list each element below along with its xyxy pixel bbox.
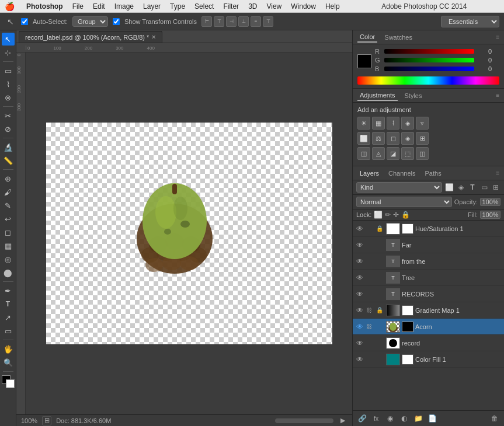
kind-filter-dropdown[interactable]: Kind (356, 182, 442, 193)
filter-shape-icon[interactable]: ▭ (479, 183, 489, 192)
layer-row[interactable]: 👁 T Tree (353, 270, 504, 286)
layer-row[interactable]: 👁 ⛓ 🔒 Gradient Map 1 (353, 302, 504, 319)
layers-panel-collapse[interactable]: ≡ (496, 170, 499, 176)
align-bottom-icon[interactable]: ⊤ (263, 16, 273, 27)
canvas-scroll[interactable] (26, 53, 352, 414)
selectivecolor-adj-icon[interactable]: ◫ (416, 147, 429, 160)
brush-tool[interactable]: 🖌 (2, 186, 15, 198)
levels-adj-icon[interactable]: ▦ (372, 117, 385, 130)
brightness-adj-icon[interactable]: ☀ (357, 117, 370, 130)
dodge-tool[interactable]: ⬤ (2, 266, 15, 279)
layer-visibility-eye[interactable]: 👁 (355, 273, 364, 282)
green-slider[interactable] (384, 58, 474, 62)
menu-type[interactable]: Type (170, 2, 185, 11)
background-color[interactable] (6, 379, 15, 388)
vibrance-adj-icon[interactable]: ▿ (416, 117, 429, 130)
link-layers-icon[interactable]: 🔗 (356, 413, 368, 424)
heal-tool[interactable]: ⊕ (2, 172, 15, 185)
menu-filter[interactable]: Filter (223, 2, 239, 11)
layer-row-acorn[interactable]: 👁 ⛓ Acorn (353, 319, 504, 335)
filter-type-icon[interactable]: T (468, 183, 477, 192)
quick-select-tool[interactable]: ⊗ (2, 91, 15, 104)
menu-edit[interactable]: Edit (93, 2, 105, 11)
filter-adjust-icon[interactable]: ◈ (456, 183, 465, 192)
menu-layer[interactable]: Layer (143, 2, 161, 11)
menu-window[interactable]: Window (291, 2, 316, 11)
filter-pixel-icon[interactable]: ⬜ (444, 183, 454, 192)
align-center-h-icon[interactable]: ⊤ (214, 16, 224, 27)
invert-adj-icon[interactable]: ◫ (357, 147, 370, 160)
lock-pixels-icon[interactable]: ⬜ (374, 211, 383, 219)
filter-smart-icon[interactable]: ⊞ (491, 183, 500, 192)
channels-tab[interactable]: Channels (386, 169, 418, 178)
red-slider[interactable] (384, 49, 474, 54)
menu-3d[interactable]: 3D (248, 2, 257, 11)
opacity-input[interactable] (480, 198, 500, 206)
layer-visibility-eye[interactable]: 👁 (355, 355, 364, 364)
document-tab[interactable]: record_label.psd @ 100% (Acorn, RGB/8) *… (19, 31, 162, 43)
pen-tool[interactable]: ✒ (2, 284, 15, 297)
layer-row[interactable]: 👁 Color Fill 1 (353, 351, 504, 368)
align-left-icon[interactable]: ⊢ (201, 16, 212, 27)
lasso-tool[interactable]: ⌇ (2, 78, 15, 90)
paths-tab[interactable]: Paths (423, 169, 444, 178)
slice-tool[interactable]: ⊘ (2, 123, 15, 135)
hue-sat-adj-icon[interactable]: ⬜ (357, 132, 370, 145)
menu-select[interactable]: Select (194, 2, 214, 11)
show-transform-checkbox[interactable] (113, 18, 120, 25)
channelmix-adj-icon[interactable]: ⊞ (416, 132, 429, 145)
path-select-tool[interactable]: ↗ (2, 311, 15, 324)
delete-layer-icon[interactable]: 🗑 (489, 413, 500, 424)
new-fill-adj-icon[interactable]: ◐ (398, 413, 410, 424)
lock-position-icon[interactable]: ✛ (393, 211, 399, 219)
move-tool[interactable]: ↖ (2, 33, 15, 46)
colorbalance-adj-icon[interactable]: ⚖ (372, 132, 385, 145)
gradientmap-adj-icon[interactable]: ⬚ (401, 147, 414, 160)
blend-mode-dropdown[interactable]: Normal Multiply Screen (356, 197, 452, 207)
zoom-icon[interactable]: ⊞ (42, 416, 51, 425)
adjustments-panel-collapse[interactable]: ≡ (496, 92, 499, 99)
eraser-tool[interactable]: ◻ (2, 226, 15, 239)
close-tab-button[interactable]: ✕ (151, 34, 156, 40)
blur-tool[interactable]: ◎ (2, 253, 15, 266)
layer-visibility-eye[interactable]: 👁 (355, 338, 364, 348)
menu-image[interactable]: Image (114, 2, 134, 11)
workspace-dropdown[interactable]: Essentials (441, 16, 499, 27)
menu-view[interactable]: View (266, 2, 281, 11)
scroll-bar-h[interactable] (275, 418, 333, 423)
layer-visibility-eye[interactable]: 👁 (355, 240, 364, 250)
layer-row[interactable]: 👁 T from the (353, 253, 504, 270)
layer-visibility-eye[interactable]: 👁 (355, 224, 364, 233)
lock-paintbrush-icon[interactable]: ✏ (385, 211, 391, 219)
crop-tool[interactable]: ✂ (2, 109, 15, 122)
fill-input[interactable] (480, 211, 500, 219)
history-brush[interactable]: ↩ (2, 212, 15, 225)
menu-file[interactable]: File (72, 2, 84, 11)
scroll-right-icon[interactable]: ▶ (338, 416, 347, 425)
auto-select-dropdown[interactable]: Group Layer (72, 16, 108, 27)
ruler-tool[interactable]: 📏 (2, 154, 15, 167)
new-layer-icon[interactable]: 📄 (426, 413, 438, 424)
layer-effects-icon[interactable]: fx (370, 413, 382, 424)
color-panel-collapse[interactable]: ≡ (496, 34, 499, 40)
styles-tab[interactable]: Styles (402, 91, 425, 100)
lock-all-icon[interactable]: 🔒 (401, 211, 410, 219)
color-spectrum[interactable] (357, 76, 499, 85)
layer-visibility-eye[interactable]: 👁 (355, 289, 364, 299)
rect-select-tool[interactable]: ▭ (2, 64, 15, 77)
menu-photoshop[interactable]: Photoshop (26, 2, 63, 11)
curves-adj-icon[interactable]: ⌇ (387, 117, 399, 130)
bw-adj-icon[interactable]: ◻ (387, 132, 399, 145)
zoom-tool[interactable]: 🔍 (2, 356, 15, 369)
layer-visibility-eye[interactable]: 👁 (355, 306, 364, 315)
posterize-adj-icon[interactable]: ◬ (372, 147, 385, 160)
swatches-tab[interactable]: Swatches (382, 33, 415, 42)
gradient-tool[interactable]: ▦ (2, 239, 15, 252)
new-group-icon[interactable]: 📁 (412, 413, 424, 424)
add-mask-icon[interactable]: ◉ (384, 413, 396, 424)
artboard-tool[interactable]: ⊹ (2, 46, 15, 59)
type-tool[interactable]: T (2, 298, 15, 310)
layer-visibility-eye[interactable]: 👁 (355, 322, 364, 331)
layer-row[interactable]: 👁 record (353, 335, 504, 351)
menu-help[interactable]: Help (325, 2, 340, 11)
